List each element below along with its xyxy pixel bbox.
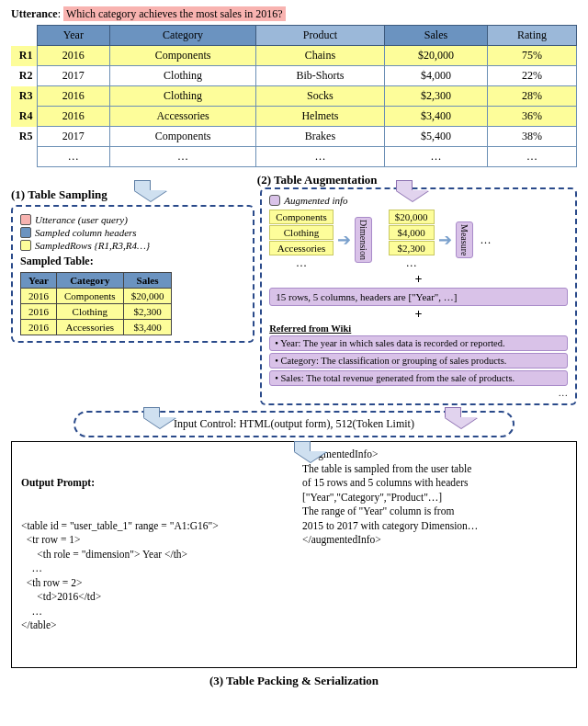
wiki-item: • Sales: The total revenue generated fro… xyxy=(269,370,568,386)
swatch-red-icon xyxy=(20,214,31,225)
source-table: Year Category Product Sales Rating R1 20… xyxy=(11,25,577,167)
swatch-purple-icon xyxy=(269,195,280,206)
arrow-right-icon: ➔ xyxy=(337,230,351,250)
dimension-values: Components Clothing Accessories … xyxy=(269,210,334,270)
output-left-code: <table id = "user_table_1" range = "A1:G… xyxy=(21,519,286,633)
swatch-yellow-icon xyxy=(20,240,31,251)
sampled-table-label: Sampled Table: xyxy=(20,255,245,268)
wiki-header: Referred from Wiki xyxy=(269,323,568,334)
step2-title: (2) Table Augmentation xyxy=(257,173,378,187)
measure-label: Measure xyxy=(456,221,473,258)
plus-icon: + xyxy=(269,307,568,322)
wiki-item: • Category: The classification or groupi… xyxy=(269,353,568,369)
dimension-label: Dimension xyxy=(355,217,372,263)
table-row: R3 2016 Clothing Socks $2,300 28% xyxy=(11,86,577,107)
col-rating: Rating xyxy=(488,26,577,46)
augment-legend: Augmented info xyxy=(284,195,347,206)
col-year: Year xyxy=(37,26,110,46)
sampling-legend: Utterance (user query) Sampled column he… xyxy=(20,214,245,251)
sampled-table: Year Category Sales 2016Components$20,00… xyxy=(20,272,172,335)
table-header-row: Year Category Product Sales Rating xyxy=(11,26,577,46)
col-category: Category xyxy=(110,26,256,46)
step1-title: (1) Table Sampling xyxy=(11,187,254,202)
table-row: R1 2016 Components Chains $20,000 75% xyxy=(11,46,577,66)
output-title: Output Prompt: xyxy=(21,476,286,491)
arrow-right-icon: ➔ xyxy=(438,230,452,250)
table-row: R5 2017 Components Brakes $5,400 38% xyxy=(11,127,577,147)
measure-values: $20,000 $4,000 $2,300 … xyxy=(389,210,435,270)
sampling-box: Utterance (user query) Sampled column he… xyxy=(11,205,254,343)
plus-icon: + xyxy=(269,272,568,287)
output-prompt-box: Output Prompt: <table id = "user_table_1… xyxy=(11,441,577,668)
output-right-code: <augmentedInfo> The table is sampled fro… xyxy=(302,448,567,662)
swatch-blue-icon xyxy=(20,227,31,238)
step3-title: (3) Table Packing & Serialization xyxy=(11,674,577,688)
col-sales: Sales xyxy=(384,26,487,46)
col-product: Product xyxy=(255,26,384,46)
table-row: R2 2017 Clothing Bib-Shorts $4,000 22% xyxy=(11,66,577,86)
utterance-line: Utterance: Which category achieves the m… xyxy=(11,7,577,21)
table-meta: 15 rows, 5 columns, headers are ["Year",… xyxy=(269,288,568,306)
table-row: … … … … … xyxy=(11,147,577,167)
augment-box: Augmented info Components Clothing Acces… xyxy=(260,187,577,405)
table-row: R4 2016 Accessories Helmets $3,400 36% xyxy=(11,107,577,127)
wiki-item: • Year: The year in which sales data is … xyxy=(269,335,568,351)
utterance-label: Utterance xyxy=(11,7,58,20)
utterance-text: Which category achieves the most sales i… xyxy=(63,6,286,21)
